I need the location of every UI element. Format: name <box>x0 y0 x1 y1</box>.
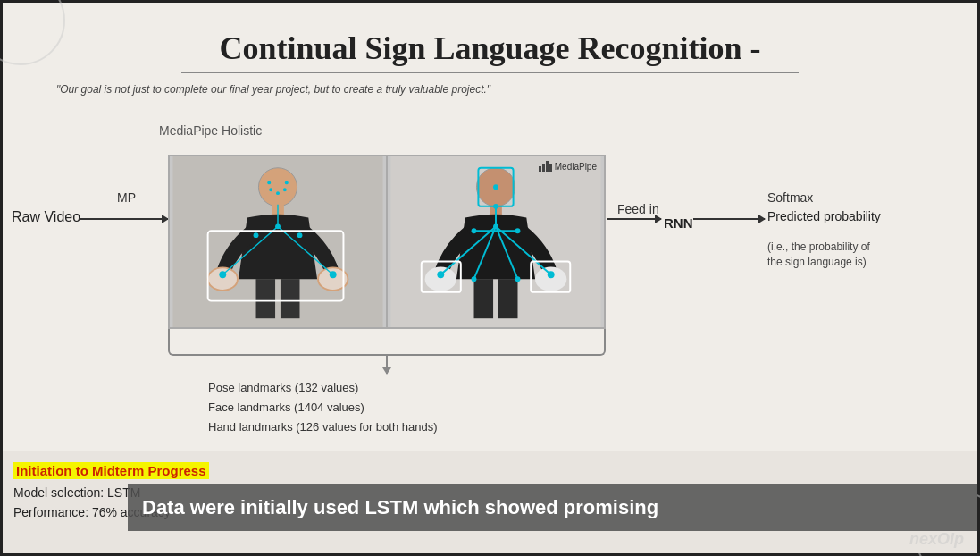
highlight-text: Initiation to Midterm Progress <box>13 462 209 479</box>
person-image-right: MediaPipe <box>386 156 604 327</box>
svg-point-12 <box>267 181 271 184</box>
landmarks-text: Pose landmarks (132 values) Face landmar… <box>208 378 438 437</box>
subtitle-banner: Data were initially used LSTM which show… <box>128 484 977 531</box>
svg-point-15 <box>269 188 272 191</box>
title-underline <box>181 72 799 73</box>
svg-rect-28 <box>474 279 494 318</box>
mediapipe-watermark: MediaPipe <box>539 161 597 172</box>
subtitle-text: Data were initially used LSTM which show… <box>142 496 658 519</box>
svg-point-20 <box>219 271 226 278</box>
svg-rect-8 <box>281 279 300 318</box>
rnn-arrow <box>693 218 765 220</box>
diagram-area: Raw Video MP <box>3 141 977 409</box>
svg-point-1 <box>258 168 297 206</box>
svg-point-40 <box>472 228 477 233</box>
svg-point-42 <box>437 271 444 278</box>
slide-container: Continual Sign Language Recognition - "O… <box>0 0 980 556</box>
face-landmarks: Face landmarks (1404 values) <box>208 398 438 417</box>
bracket <box>168 329 606 356</box>
svg-point-38 <box>493 204 498 209</box>
slide-title: Continual Sign Language Recognition - <box>3 29 977 67</box>
svg-point-16 <box>283 188 287 191</box>
svg-rect-7 <box>256 279 276 318</box>
svg-point-19 <box>297 232 303 238</box>
bracket-line <box>168 329 606 356</box>
svg-point-43 <box>548 271 555 278</box>
svg-point-21 <box>330 271 337 278</box>
svg-point-26 <box>425 266 456 291</box>
bottom-section: Initiation to Midterm Progress Model sel… <box>3 451 977 553</box>
svg-rect-29 <box>498 279 518 318</box>
svg-point-37 <box>493 184 498 190</box>
predicted-probability-label: Predicted probability <box>767 208 881 226</box>
svg-point-18 <box>254 232 259 238</box>
svg-point-44 <box>472 276 477 282</box>
raw-video-arrow <box>79 218 168 220</box>
mp-arrow-label: MP <box>117 190 136 205</box>
probability-note: (i.e., the probability ofthe sign langua… <box>767 240 870 270</box>
person-image-left <box>170 156 386 327</box>
svg-point-45 <box>515 276 521 282</box>
svg-point-17 <box>275 223 281 229</box>
slide-quote: "Our goal is not just to complete our fi… <box>56 83 490 96</box>
svg-point-27 <box>535 266 566 291</box>
feed-in-label: Feed in <box>617 202 659 216</box>
svg-point-39 <box>493 223 498 229</box>
feed-in-arrow <box>607 218 661 220</box>
softmax-label: Softmax <box>767 190 813 205</box>
hand-landmarks: Hand landmarks (126 values for both hand… <box>208 417 438 437</box>
raw-video-label: Raw Video <box>12 208 80 227</box>
model-selection-text: Model selection: LSTM <box>13 485 140 500</box>
svg-point-41 <box>515 228 521 233</box>
logo: nexOlp <box>909 530 964 549</box>
mediapipe-watermark-text: MediaPipe <box>555 162 597 172</box>
svg-point-13 <box>285 181 289 184</box>
pose-landmarks: Pose landmarks (132 values) <box>208 378 438 398</box>
image-box: MediaPipe <box>168 155 606 329</box>
mediapipe-holistic-label: MediaPipe Holistic <box>159 123 262 138</box>
mediapipe-bars-icon <box>539 161 552 172</box>
bracket-arrow <box>386 356 388 374</box>
svg-point-14 <box>276 191 280 195</box>
rnn-label: RNN <box>664 215 693 231</box>
